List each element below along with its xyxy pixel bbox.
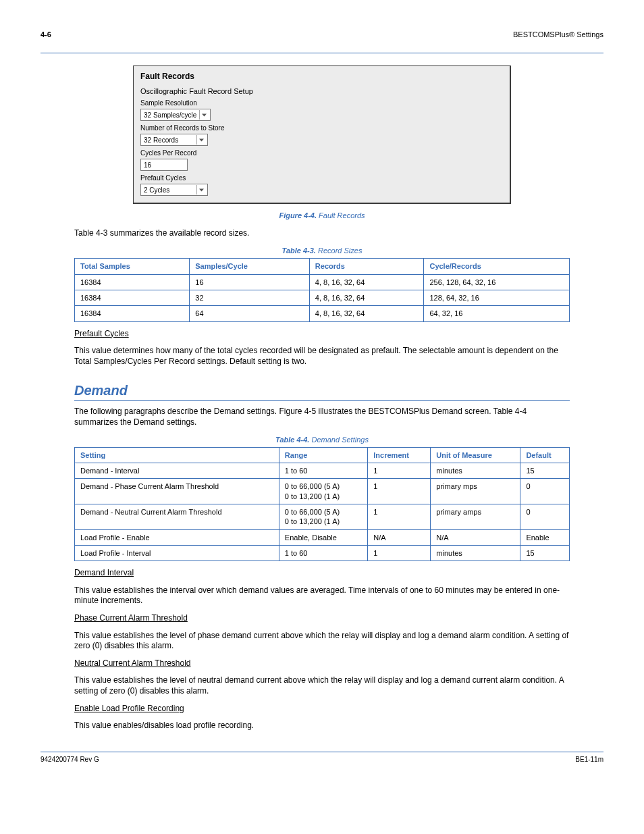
cell: 16384	[75, 290, 190, 305]
num-records-label: Number of Records to Store	[140, 124, 503, 132]
footer-right: BE1-11m	[575, 755, 603, 764]
cell: 32	[190, 290, 310, 305]
neutral-alarm-body: This value establishes the level of neut…	[74, 675, 570, 696]
table-row: Demand - Interval 1 to 60 1 minutes 15	[75, 463, 570, 479]
sample-resolution-value: 32 Samples/cycle	[144, 111, 196, 120]
cycles-per-record-label: Cycles Per Record	[140, 149, 503, 157]
table4-text: Demand Settings	[312, 436, 369, 444]
demand-interval-heading: Demand Interval	[74, 568, 134, 577]
table4-caption: Table 4-4. Demand Settings	[41, 435, 603, 444]
cycles-per-record-input[interactable]: 16	[140, 159, 188, 171]
cell: 4, 8, 16, 32, 64	[309, 290, 424, 305]
neutral-alarm-heading: Neutral Current Alarm Threshold	[74, 658, 191, 668]
table-row: 16384 16 4, 8, 16, 32, 64 256, 128, 64, …	[75, 274, 570, 290]
cell: 1	[368, 479, 431, 504]
prefault-cycles-combo[interactable]: 2 Cycles	[140, 184, 208, 196]
cell: 256, 128, 64, 32, 16	[424, 274, 570, 290]
figure-caption: Figure 4-4. Fault Records	[41, 211, 603, 220]
chevron-down-icon	[196, 185, 206, 194]
table-header: Samples/Cycle	[190, 259, 310, 274]
chevron-down-icon	[199, 110, 209, 120]
demand-heading: Demand	[74, 382, 570, 401]
header-rule	[41, 53, 603, 53]
panel-title: Fault Records	[140, 72, 503, 82]
cell: 0	[520, 504, 570, 530]
cell: 1	[368, 463, 431, 479]
cell: primary mps	[431, 479, 520, 504]
table-header: Unit of Measure	[431, 447, 520, 463]
table-header: Increment	[368, 447, 431, 463]
cell: Demand - Phase Current Alarm Threshold	[75, 479, 279, 504]
table-row: 16384 64 4, 8, 16, 32, 64 64, 32, 16	[75, 306, 570, 321]
cell: 4, 8, 16, 32, 64	[309, 274, 424, 290]
cell: 16384	[75, 306, 190, 321]
prefault-cycles-value: 2 Cycles	[144, 186, 169, 194]
cell: 15	[520, 463, 570, 479]
cell: minutes	[431, 463, 520, 479]
table-header: Total Samples	[75, 259, 190, 274]
demand-interval-body: This value establishes the interval over…	[74, 585, 570, 606]
table-row: 16384 32 4, 8, 16, 32, 64 128, 64, 32, 1…	[75, 290, 570, 305]
cell: 1 to 60	[279, 545, 367, 561]
table4-number: Table 4-4.	[275, 436, 309, 444]
table-row: Demand - Phase Current Alarm Threshold 0…	[75, 479, 570, 504]
table3-intro: Table 4-3 summarizes the available recor…	[74, 228, 570, 239]
fault-records-panel: Fault Records Oscillographic Fault Recor…	[133, 66, 511, 204]
num-records-combo[interactable]: 32 Records	[140, 134, 208, 146]
table3-caption: Table 4-3. Record Sizes	[41, 246, 603, 255]
panel-subtitle: Oscillographic Fault Record Setup	[140, 86, 503, 96]
page-number: 4-6	[41, 30, 51, 39]
prefault-cycles-body: This value determines how many of the to…	[74, 346, 570, 367]
table-row: Demand - Neutral Current Alarm Threshold…	[75, 504, 570, 530]
cell: 0	[520, 479, 570, 504]
table-record-sizes: Total Samples Samples/Cycle Records Cycl…	[74, 258, 570, 321]
cell: 0 to 66,000 (5 A) 0 to 13,200 (1 A)	[279, 479, 367, 504]
cell: 64	[190, 306, 310, 321]
cell: N/A	[368, 529, 431, 545]
demand-intro: The following paragraphs describe the De…	[74, 407, 570, 427]
cell: Demand - Neutral Current Alarm Threshold	[75, 504, 279, 530]
table-header: Cycle/Records	[424, 259, 570, 274]
load-profile-heading: Enable Load Profile Recording	[74, 704, 184, 713]
cell: primary amps	[431, 504, 520, 530]
phase-alarm-body: This value establishes the level of phas…	[74, 631, 570, 652]
table-demand-settings: Setting Range Increment Unit of Measure …	[74, 447, 570, 561]
num-records-value: 32 Records	[144, 136, 178, 145]
phase-alarm-heading: Phase Current Alarm Threshold	[74, 613, 188, 623]
table-row: Load Profile - Interval 1 to 60 1 minute…	[75, 545, 570, 561]
table-header: Default	[520, 447, 570, 463]
cell: 16384	[75, 274, 190, 290]
sample-resolution-label: Sample Resolution	[140, 99, 503, 107]
sample-resolution-combo[interactable]: 32 Samples/cycle	[140, 109, 211, 121]
cell: N/A	[431, 529, 520, 545]
cell: Demand - Interval	[75, 463, 279, 479]
cell: Enable	[520, 529, 570, 545]
figure-text: Fault Records	[319, 211, 365, 219]
prefault-cycles-heading: Prefault Cycles	[74, 329, 129, 338]
chevron-down-icon	[196, 135, 206, 145]
cell: 0 to 66,000 (5 A) 0 to 13,200 (1 A)	[279, 504, 367, 530]
cell: 15	[520, 545, 570, 561]
cell: 128, 64, 32, 16	[424, 290, 570, 305]
cell: 1	[368, 504, 431, 530]
table-header: Setting	[75, 447, 279, 463]
cell: Load Profile - Interval	[75, 545, 279, 561]
table-row: Load Profile - Enable Enable, Disable N/…	[75, 529, 570, 545]
table3-text: Record Sizes	[318, 246, 362, 255]
cell: Load Profile - Enable	[75, 529, 279, 545]
table-header: Range	[279, 447, 367, 463]
cell: 16	[190, 274, 310, 290]
cell: 64, 32, 16	[424, 306, 570, 321]
prefault-cycles-label: Prefault Cycles	[140, 174, 503, 182]
load-profile-body: This value enables/disables load profile…	[74, 721, 570, 731]
chapter-title: BESTCOMSPlus® Settings	[513, 30, 603, 39]
footer-left: 9424200774 Rev G	[41, 755, 99, 764]
cell: 4, 8, 16, 32, 64	[309, 306, 424, 321]
table3-number: Table 4-3.	[282, 246, 316, 255]
figure-number: Figure 4-4.	[279, 211, 317, 219]
page-footer: 9424200774 Rev G BE1-11m	[41, 752, 603, 764]
cell: Enable, Disable	[279, 529, 367, 545]
cell: 1	[368, 545, 431, 561]
table-header: Records	[309, 259, 424, 274]
cell: minutes	[431, 545, 520, 561]
